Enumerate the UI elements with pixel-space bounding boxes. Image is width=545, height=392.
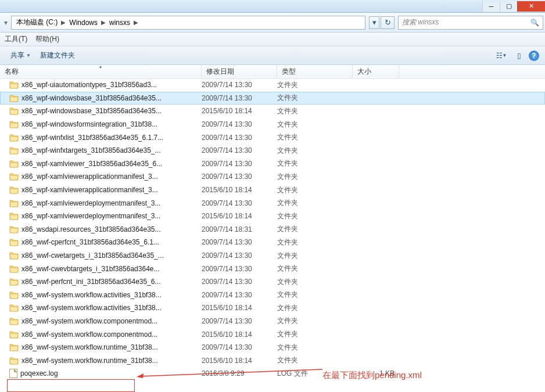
item-date: 2009/7/14 13:30 <box>202 343 277 351</box>
folder-icon <box>9 238 19 246</box>
folder-row[interactable]: x86_wsdapi.resources_31bf3856ad364e35...… <box>0 223 545 236</box>
folder-row[interactable]: x86_wpf-xamlviewerdeploymentmanifest_3..… <box>0 196 545 210</box>
menu-bar: 工具(T) 帮助(H) <box>0 33 545 46</box>
breadcrumb-item[interactable]: 本地磁盘 (C:) <box>14 17 60 27</box>
folder-row[interactable]: x86_wpf-xamlviewerdeploymentmanifest_3..… <box>0 210 545 223</box>
column-size[interactable]: 大小 <box>353 65 399 78</box>
file-row[interactable]: poqexec.log2016/3/8 9:29LOG 文件1 KB <box>0 367 545 380</box>
item-type: 文件夹 <box>277 264 353 274</box>
file-list[interactable]: 在最下面找到pending.xml x86_wpf-uiautomationty… <box>0 79 545 392</box>
close-button[interactable]: ✕ <box>517 1 545 12</box>
folder-icon <box>9 107 19 115</box>
help-button[interactable]: ? <box>529 51 539 61</box>
item-name: x86_wpf-xamlviewerapplicationmanifest_3.… <box>21 172 158 181</box>
folder-icon <box>9 265 19 273</box>
item-date: 2009/7/14 13:30 <box>202 134 277 142</box>
item-type: 文件夹 <box>277 198 353 208</box>
item-date: 2009/7/14 13:30 <box>202 120 277 128</box>
menu-help[interactable]: 帮助(H) <box>35 34 59 44</box>
item-date: 2009/7/14 13:30 <box>202 199 277 207</box>
folder-icon <box>9 225 19 233</box>
preview-pane-button[interactable]: ▯ <box>511 49 526 62</box>
breadcrumb-item[interactable]: winsxs <box>107 19 132 27</box>
item-date: 2009/7/14 13:30 <box>202 291 277 299</box>
history-dropdown[interactable]: ▾ <box>369 16 379 29</box>
item-type: 文件夹 <box>277 146 353 156</box>
folder-row[interactable]: x86_wpf-windowsbase_31bf3856ad364e35...2… <box>0 105 545 118</box>
folder-row[interactable]: x86_wwf-system.workflow.runtime_31bf38..… <box>0 341 545 354</box>
item-type: 文件夹 <box>277 343 353 353</box>
search-input[interactable]: 搜索 winsxs 🔍 <box>398 16 543 30</box>
new-folder-button[interactable]: 新建文件夹 <box>35 48 80 63</box>
view-options-button[interactable]: ☷ ▼ <box>494 49 509 62</box>
folder-icon <box>9 120 19 128</box>
folder-row[interactable]: x86_wpf-windowsformsintegration_31bf38..… <box>0 118 545 131</box>
column-type[interactable]: 类型 <box>277 65 353 78</box>
item-date: 2016/3/8 9:29 <box>202 369 277 377</box>
item-date: 2015/6/10 18:14 <box>202 212 277 220</box>
search-placeholder: 搜索 winsxs <box>402 17 439 27</box>
item-date: 2009/7/14 13:30 <box>202 251 277 260</box>
item-name: x86_wwf-system.workflow.componentmod... <box>21 330 157 339</box>
item-name: x86_wpf-xamlviewerdeploymentmanifest_3..… <box>21 212 160 220</box>
folder-row[interactable]: x86_wwf-system.workflow.activities_31bf3… <box>0 289 545 302</box>
folder-icon <box>9 186 19 194</box>
item-type: 文件夹 <box>277 224 353 234</box>
chevron-right-icon: ▶ <box>132 19 139 26</box>
folder-row[interactable]: x86_wwf-system.workflow.runtime_31bf38..… <box>0 354 545 367</box>
window-titlebar: ─ ▢ ✕ <box>0 0 545 13</box>
folder-row[interactable]: x86_wpf-winfxtargets_31bf3856ad364e35_..… <box>0 144 545 157</box>
folder-row[interactable]: x86_wpf-xamlviewerapplicationmanifest_3.… <box>0 184 545 197</box>
refresh-button[interactable]: ↻ <box>381 16 395 29</box>
folder-icon <box>9 146 19 154</box>
breadcrumb-bar[interactable]: 本地磁盘 (C:)▶Windows▶winsxs▶ <box>11 16 365 30</box>
item-type: 文件夹 <box>277 93 353 103</box>
item-type: 文件夹 <box>277 251 353 261</box>
folder-row[interactable]: x86_wpf-winfxlist_31bf3856ad364e35_6.1.7… <box>0 131 545 144</box>
folder-row[interactable]: x86_wpf-uiautomationtypes_31bf3856ad3...… <box>0 79 545 92</box>
item-type: 文件夹 <box>277 120 353 130</box>
item-type: 文件夹 <box>277 355 353 365</box>
item-type: 文件夹 <box>277 238 353 247</box>
folder-icon <box>9 330 19 339</box>
item-type: 文件夹 <box>277 290 353 300</box>
folder-row[interactable]: x86_wpf-xamlviewerapplicationmanifest_3.… <box>0 170 545 184</box>
item-name: x86_wwf-cwevbtargets_i_31bf3856ad364e... <box>21 265 160 273</box>
breadcrumb-item[interactable]: Windows <box>67 19 100 27</box>
maximize-button[interactable]: ▢ <box>500 1 517 12</box>
item-date: 2015/6/10 18:14 <box>202 357 277 365</box>
item-date: 2009/7/14 13:30 <box>202 317 277 325</box>
folder-row[interactable]: x86_wwf-cperfcnt_31bf3856ad364e35_6.1...… <box>0 236 545 249</box>
item-type: 文件夹 <box>277 329 353 339</box>
share-button[interactable]: 共享▼ <box>6 48 35 63</box>
folder-icon <box>9 291 19 299</box>
menu-tools[interactable]: 工具(T) <box>5 34 27 44</box>
column-headers: 名称▲ 修改日期 类型 大小 <box>0 65 545 79</box>
item-date: 2009/7/14 13:30 <box>202 94 277 102</box>
item-date: 2009/7/14 13:30 <box>202 146 277 154</box>
item-date: 2009/7/14 18:31 <box>202 225 277 233</box>
file-icon <box>9 369 17 378</box>
item-name: x86_wpf-windowsbase_31bf3856ad364e35... <box>21 94 162 102</box>
folder-row[interactable]: x86_wwf-cwetargets_i_31bf3856ad364e35_..… <box>0 249 545 262</box>
folder-row[interactable]: x86_wwf-system.workflow.componentmod...2… <box>0 315 545 328</box>
folder-row[interactable]: x86_wwf-system.workflow.activities_31bf3… <box>0 301 545 315</box>
minimize-button[interactable]: ─ <box>482 1 500 12</box>
folder-row[interactable]: x86_wpf-xamlviewer_31bf3856ad364e35_6...… <box>0 157 545 171</box>
folder-row[interactable]: x86_wwf-cwevbtargets_i_31bf3856ad364e...… <box>0 262 545 275</box>
item-date: 2009/7/14 13:30 <box>202 160 277 168</box>
search-icon: 🔍 <box>530 19 539 27</box>
column-date[interactable]: 修改日期 <box>202 65 277 78</box>
folder-row[interactable]: x86_wpf-windowsbase_31bf3856ad364e35...2… <box>0 92 545 105</box>
item-name: x86_wpf-xamlviewer_31bf3856ad364e35_6... <box>21 160 162 168</box>
item-date: 2009/7/14 13:30 <box>202 278 277 286</box>
folder-icon <box>9 199 19 207</box>
folder-row[interactable]: x86_wwf-perfcnt_ini_31bf3856ad364e35_6..… <box>0 275 545 289</box>
column-name[interactable]: 名称▲ <box>0 65 202 78</box>
folder-row[interactable]: x86_wwf-system.workflow.componentmod...2… <box>0 328 545 341</box>
folder-icon <box>9 343 19 351</box>
item-name: x86_wwf-system.workflow.componentmod... <box>21 317 157 325</box>
item-date: 2009/7/14 13:30 <box>202 265 277 273</box>
folder-icon <box>9 357 19 365</box>
folder-icon <box>9 278 19 286</box>
